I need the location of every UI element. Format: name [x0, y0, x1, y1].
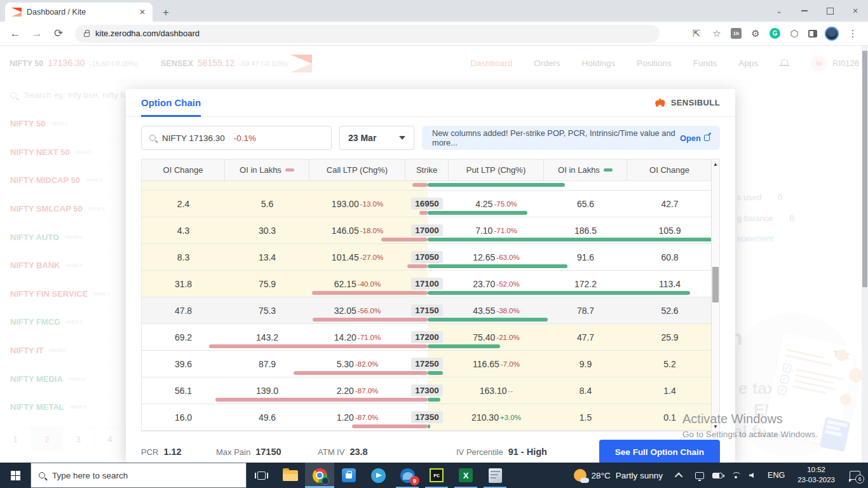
- header-label: Call LTP (Chg%): [327, 165, 388, 175]
- taskbar-excel[interactable]: X: [451, 463, 480, 488]
- bookmark-star-icon[interactable]: ☆: [710, 27, 723, 40]
- expiry-dropdown[interactable]: 23 Mar: [339, 126, 414, 150]
- col-header-strike-3: Strike: [405, 159, 449, 180]
- onetab-extension-icon[interactable]: 1b: [731, 28, 742, 39]
- gear-extension-icon[interactable]: ⚙: [749, 27, 762, 40]
- call-ltp: 101.45-27.0%: [309, 244, 405, 270]
- language-indicator[interactable]: ENG: [761, 471, 791, 480]
- scroll-up-icon[interactable]: ▲: [712, 161, 719, 167]
- instrument-search-input[interactable]: NIFTY 17136.30 -0.1%: [141, 126, 332, 150]
- put-ltp-change: -21.0%: [496, 334, 519, 341]
- window-maximize-button[interactable]: [817, 0, 843, 22]
- option-row-16950[interactable]: 2.45.6193.00-13.0%169504.25-75.0%65.642.…: [142, 191, 719, 217]
- taskbar-search-input[interactable]: Type here to search: [31, 463, 247, 488]
- taskbar-chrome[interactable]: [305, 463, 334, 488]
- tab-option-chain[interactable]: Option Chain: [141, 89, 201, 117]
- kite-favicon-icon: [11, 8, 22, 17]
- browser-tabstrip: Dashboard / Kite ✕ + ⌄ ✕: [0, 0, 868, 22]
- table-scrollbar[interactable]: ▲ ▼: [711, 159, 719, 431]
- taskbar-notes[interactable]: [480, 463, 510, 488]
- option-row-17050[interactable]: 8.313.4101.45-27.0%1705012.65-63.0%91.66…: [142, 244, 719, 271]
- address-bar[interactable]: kite.zerodha.com/dashboard: [75, 25, 660, 43]
- option-chain-modal: Option Chain SENSIBULL NIFTY 17136.30 -0…: [126, 89, 735, 463]
- tab-search-chevron-icon[interactable]: ⌄: [766, 0, 792, 22]
- put-oi-bar: [428, 371, 443, 375]
- browser-menu-icon[interactable]: ⋮: [846, 27, 859, 40]
- call-ltp-value: 62.15: [334, 279, 356, 289]
- call-oi-bar: [352, 424, 428, 428]
- table-scrollbar-thumb[interactable]: [712, 267, 719, 302]
- volume-icon[interactable]: [749, 473, 754, 478]
- action-center-button[interactable]: 6: [841, 463, 868, 488]
- call-ltp-change: -18.0%: [360, 227, 383, 234]
- stat-label: ATM IV: [318, 447, 344, 457]
- put-oi-lakhs: 78.7: [544, 297, 627, 323]
- scroll-down-icon[interactable]: ▼: [712, 424, 719, 430]
- forward-button[interactable]: →: [28, 25, 46, 43]
- option-row-17350[interactable]: 16.049.61.20-87.0%17350210.30+3.0%1.50.1: [142, 404, 719, 431]
- option-row-17300[interactable]: 56.1139.02.20-87.0%17300163.10--8.41.4: [142, 377, 719, 404]
- new-tab-button[interactable]: +: [159, 6, 173, 22]
- browser-tab[interactable]: Dashboard / Kite ✕: [5, 3, 153, 22]
- tray-expand-chevron-icon[interactable]: [675, 472, 683, 480]
- put-oi-lakhs: 8.4: [544, 377, 627, 403]
- stat-iv-percentile: IV Percentile91 - High: [456, 447, 547, 457]
- option-row-17100[interactable]: 31.875.962.15-40.0%1710023.70-52.0%172.2…: [142, 271, 719, 297]
- call-oi-bar: [209, 344, 428, 348]
- chevron-down-icon: [399, 136, 405, 140]
- battery-icon[interactable]: [712, 473, 722, 478]
- option-row-17250[interactable]: 39.687.95.30-82.0%17250116.65-7.0%9.95.2: [142, 351, 719, 377]
- option-row-17150[interactable]: 47.875.332.05-56.0%1715043.55-38.0%78.75…: [142, 297, 719, 324]
- clock-time: 10:52: [797, 465, 835, 475]
- taskbar-store[interactable]: [334, 463, 363, 488]
- start-button[interactable]: [0, 463, 31, 488]
- put-ltp-value: 7.10: [475, 226, 492, 236]
- share-icon[interactable]: ⇱: [690, 27, 703, 40]
- put-oi-bar: [428, 183, 565, 187]
- taskbar-thunderbird[interactable]: 9: [393, 463, 422, 488]
- call-oi-lakhs: 75.9: [225, 271, 309, 297]
- option-row-17000[interactable]: 4.330.3146.05-18.0%170007.10-71.0%186.51…: [142, 217, 719, 244]
- put-oi-lakhs: 47.7: [544, 324, 627, 350]
- put-ltp-value: 75.40: [473, 332, 495, 342]
- wifi-icon[interactable]: [731, 471, 741, 479]
- strike-value: 17250: [411, 358, 443, 370]
- taskbar-clock[interactable]: 10:52 23-03-2023: [791, 465, 841, 485]
- window-close-button[interactable]: ✕: [843, 0, 868, 22]
- put-oi-bar: [428, 344, 500, 348]
- task-view-button[interactable]: [247, 463, 276, 488]
- excel-icon: X: [459, 468, 473, 482]
- taskbar-pycharm[interactable]: PC: [422, 463, 451, 488]
- browser-scrollbar[interactable]: [862, 46, 868, 463]
- browser-profile-avatar[interactable]: [825, 27, 839, 41]
- side-panel-icon[interactable]: [808, 30, 817, 37]
- call-oi-bar: [407, 264, 428, 268]
- option-row-17200[interactable]: 69.2143.214.20-71.0%1720075.40-21.0%47.7…: [142, 324, 719, 351]
- search-icon: [39, 472, 45, 478]
- call-oi-change: 4.3: [142, 217, 225, 243]
- col-header-put-ltp-chg--4: Put LTP (Chg%): [449, 159, 544, 180]
- put-ltp-change: -7.0%: [501, 360, 520, 368]
- put-oi-bar: [428, 398, 440, 402]
- extensions-puzzle-icon[interactable]: ⬡: [788, 27, 801, 40]
- reload-button[interactable]: ⟳: [50, 25, 67, 43]
- cast-icon[interactable]: [695, 472, 704, 479]
- see-full-option-chain-button[interactable]: See Full Option Chain: [599, 440, 720, 463]
- taskbar-weather[interactable]: 28°C Partly sunny: [567, 469, 669, 482]
- strike-value: 16950: [411, 198, 443, 210]
- header-label: Strike: [416, 165, 437, 175]
- back-button[interactable]: ←: [6, 25, 24, 43]
- window-minimize-button[interactable]: [792, 0, 817, 22]
- tab-close-icon[interactable]: ✕: [137, 8, 147, 17]
- taskbar-telegram[interactable]: [363, 463, 393, 488]
- grammarly-extension-icon[interactable]: G: [770, 28, 780, 39]
- strike-value: 17000: [411, 224, 443, 236]
- call-oi-change: 47.8: [142, 297, 225, 323]
- taskbar-file-explorer[interactable]: [276, 463, 305, 488]
- banner-open-link[interactable]: Open: [680, 133, 701, 143]
- stat-value: 1.12: [163, 447, 181, 457]
- external-link-icon: [704, 135, 710, 141]
- put-oi-change: 0.1: [627, 404, 712, 430]
- notification-badge: 6: [855, 475, 864, 484]
- browser-scrollbar-thumb[interactable]: [862, 51, 867, 287]
